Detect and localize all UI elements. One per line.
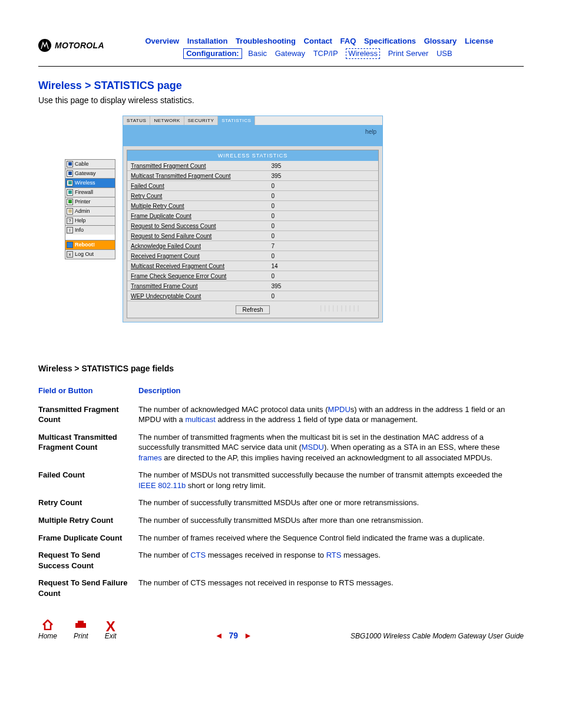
- page-number: 79: [229, 631, 239, 640]
- sidebar-item-cable[interactable]: Cable: [65, 159, 115, 169]
- footer-print[interactable]: Print: [74, 620, 88, 640]
- stats-value: 395: [268, 281, 378, 291]
- footer-home[interactable]: Home: [38, 620, 57, 640]
- stats-panel: STATUSNETWORKSECURITYSTATISTICS help WIR…: [123, 116, 383, 322]
- desc-text: The number of frames received where the …: [138, 529, 524, 547]
- desc-text: The number of acknowledged MAC protocol …: [138, 401, 524, 429]
- svg-rect-1: [78, 621, 84, 623]
- glossary-link[interactable]: frames: [138, 453, 162, 462]
- stats-table: Transmitted Fragment Count395Multicast T…: [127, 161, 378, 301]
- desc-field: Transmitted Fragment Count: [38, 401, 138, 429]
- sidebar-item-label: Gateway: [75, 170, 96, 176]
- stats-value: 395: [268, 161, 378, 171]
- sidebar-item-printer[interactable]: Printer: [65, 197, 115, 207]
- stats-value: 0: [268, 220, 378, 230]
- next-page-arrow[interactable]: ►: [244, 631, 252, 640]
- tab-network[interactable]: NETWORK: [150, 116, 184, 125]
- nav-gateway[interactable]: Gateway: [275, 49, 305, 58]
- exit-icon: X: [105, 621, 117, 632]
- description-table: Field or Button Description Transmitted …: [38, 384, 524, 602]
- nav-printserver[interactable]: Print Server: [388, 49, 429, 58]
- menu-dot-icon: [67, 170, 73, 177]
- glossary-link[interactable]: RTS: [326, 551, 342, 559]
- stats-label: Frame Duplicate Count: [127, 210, 268, 220]
- sidebar-item-label: Admin: [75, 208, 90, 214]
- desc-field: Request To Send Success Count: [38, 546, 138, 574]
- desc-field: Multicast Transmitted Fragment Count: [38, 429, 138, 467]
- nav-faq[interactable]: FAQ: [340, 37, 356, 45]
- desc-field: Frame Duplicate Count: [38, 529, 138, 547]
- sidebar-item-gateway[interactable]: Gateway: [65, 169, 115, 179]
- nav-installation[interactable]: Installation: [187, 37, 228, 45]
- desc-row: Multicast Transmitted Fragment CountThe …: [38, 429, 524, 467]
- desc-row: Request To Send Success CountThe number …: [38, 546, 524, 574]
- desc-row: Failed CountThe number of MSDUs not tran…: [38, 466, 524, 494]
- footer-guide-title: SBG1000 Wireless Cable Modem Gateway Use…: [351, 632, 524, 640]
- prev-page-arrow[interactable]: ◄: [215, 631, 223, 640]
- stats-value: 0: [268, 210, 378, 220]
- svg-rect-0: [75, 623, 86, 628]
- stats-row: Transmitted Fragment Count395: [127, 161, 378, 171]
- nav-troubleshooting[interactable]: Troubleshooting: [236, 37, 296, 45]
- refresh-button[interactable]: Refresh: [236, 305, 269, 314]
- nav-specifications[interactable]: Specifications: [364, 37, 416, 45]
- sidebar-item-admin[interactable]: Admin: [65, 206, 115, 216]
- nav-license[interactable]: License: [465, 37, 493, 45]
- nav-glossary[interactable]: Glossary: [424, 37, 457, 45]
- desc-row: Frame Duplicate CountThe number of frame…: [38, 529, 524, 547]
- sidebar-item-info[interactable]: iInfo: [65, 225, 115, 235]
- close-icon: x: [67, 251, 73, 258]
- stats-value: 0: [268, 291, 378, 301]
- nav-overview[interactable]: Overview: [145, 37, 179, 45]
- stats-value: 0: [268, 271, 378, 281]
- desc-row: Request To Send Failure CountThe number …: [38, 574, 524, 602]
- footer-exit-label: Exit: [105, 632, 117, 640]
- stats-row: Multicast Received Fragment Count14: [127, 261, 378, 271]
- stats-label: Multicast Transmitted Fragment Count: [127, 170, 268, 180]
- intro-text: Use this page to display wireless statis…: [38, 95, 524, 105]
- glossary-link[interactable]: MSDU: [302, 443, 324, 452]
- help-bar: help: [123, 125, 382, 146]
- glossary-link[interactable]: multicast: [185, 415, 215, 424]
- glossary-link[interactable]: IEEE 802.11b: [138, 481, 186, 490]
- th-field: Field or Button: [38, 384, 138, 401]
- desc-text: The number of transmitted fragments when…: [138, 429, 524, 467]
- brand-name: MOTOROLA: [55, 41, 104, 50]
- sidebar-item-reboot[interactable]: Reboot!: [65, 240, 115, 250]
- print-icon: [74, 620, 88, 632]
- tab-status[interactable]: STATUS: [123, 116, 150, 125]
- reboot-icon: [67, 242, 73, 248]
- sidebar-item-wireless[interactable]: Wireless: [65, 178, 115, 188]
- nav-usb[interactable]: USB: [437, 49, 452, 58]
- desc-text: The number of MSDUs not transmitted succ…: [138, 466, 524, 494]
- stats-label: Request to Send Failure Count: [127, 230, 268, 241]
- nav-wireless[interactable]: Wireless: [346, 48, 380, 59]
- sidebar-item-firewall[interactable]: Firewall: [65, 187, 115, 197]
- sidebar-item-help[interactable]: ?Help: [65, 216, 115, 226]
- menu-dot-icon: [67, 161, 73, 167]
- stats-row: Retry Count0: [127, 190, 378, 200]
- stats-value: 395: [268, 170, 378, 180]
- glossary-link[interactable]: MPDU: [328, 405, 351, 414]
- header-divider: [38, 66, 524, 67]
- help-link[interactable]: help: [365, 129, 376, 135]
- sidebar-item-label: Log Out: [75, 251, 94, 257]
- section-subtitle: Wireless > STATISTICS page fields: [38, 364, 524, 373]
- tab-statistics[interactable]: STATISTICS: [218, 116, 255, 125]
- stats-row: Transmitted Frame Count395: [127, 281, 378, 291]
- stats-label: Multiple Retry Count: [127, 200, 268, 210]
- desc-text: The number of CTS messages not received …: [138, 574, 524, 602]
- sidebar-item-label: Help: [75, 218, 86, 223]
- glossary-link[interactable]: CTS: [190, 551, 206, 559]
- nav-top-row: Overview Installation Troubleshooting Co…: [115, 35, 524, 48]
- nav-contact[interactable]: Contact: [304, 37, 332, 45]
- footer-print-label: Print: [74, 632, 88, 640]
- nav-basic[interactable]: Basic: [248, 49, 267, 58]
- menu-dot-icon: [67, 199, 73, 205]
- stats-label: Transmitted Frame Count: [127, 281, 268, 291]
- sidebar-item-logout[interactable]: xLog Out: [65, 249, 115, 259]
- footer-exit[interactable]: X Exit: [105, 621, 117, 640]
- stats-value: 0: [268, 251, 378, 261]
- nav-tcpip[interactable]: TCP/IP: [313, 49, 338, 58]
- tab-security[interactable]: SECURITY: [184, 116, 218, 125]
